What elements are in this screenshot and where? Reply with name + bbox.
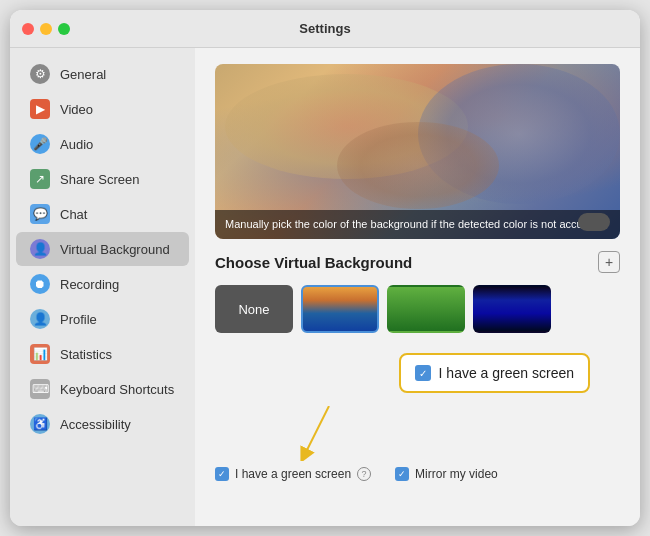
green-screen-option: ✓ I have a green screen ? [215,467,371,481]
sidebar-item-virtual-background[interactable]: 👤 Virtual Background [16,232,189,266]
traffic-lights [22,23,70,35]
sidebar-item-share-screen[interactable]: ↗ Share Screen [16,162,189,196]
callout-arrow [299,406,369,461]
backgrounds-row: None [215,285,620,333]
sidebar-item-accessibility[interactable]: ♿ Accessibility [16,407,189,441]
sidebar-label-chat: Chat [60,207,87,222]
titlebar: Settings [10,10,640,48]
bg-none[interactable]: None [215,285,293,333]
sidebar-item-keyboard-shortcuts[interactable]: ⌨ Keyboard Shortcuts [16,372,189,406]
green-screen-checkbox[interactable]: ✓ [215,467,229,481]
general-icon: ⚙ [30,64,50,84]
virtual-background-preview: Manually pick the color of the backgroun… [215,64,620,239]
keyboard-icon: ⌨ [30,379,50,399]
settings-window: Settings ⚙ General ▶ Video 🎤 Audio ↗ Sha… [10,10,640,526]
bg-space[interactable] [473,285,551,333]
bg-none-label: None [238,302,269,317]
sidebar-label-keyboard: Keyboard Shortcuts [60,382,174,397]
sidebar-label-vbg: Virtual Background [60,242,170,257]
mirror-video-option: ✓ Mirror my video [395,467,498,481]
sidebar-label-audio: Audio [60,137,93,152]
bg-bridge[interactable] [301,285,379,333]
mirror-video-checkbox[interactable]: ✓ [395,467,409,481]
green-screen-label: I have a green screen [235,467,351,481]
sidebar-item-audio[interactable]: 🎤 Audio [16,127,189,161]
maximize-button[interactable] [58,23,70,35]
sidebar-label-stats: Statistics [60,347,112,362]
callout-text: I have a green screen [439,365,574,381]
virtual-background-icon: 👤 [30,239,50,259]
add-background-button[interactable]: + [598,251,620,273]
sidebar-item-general[interactable]: ⚙ General [16,57,189,91]
sidebar-item-video[interactable]: ▶ Video [16,92,189,126]
callout-checkbox[interactable]: ✓ [415,365,431,381]
main-content: Manually pick the color of the backgroun… [195,48,640,526]
sidebar-label-share: Share Screen [60,172,140,187]
sidebar-item-chat[interactable]: 💬 Chat [16,197,189,231]
sidebar: ⚙ General ▶ Video 🎤 Audio ↗ Share Screen… [10,48,195,526]
bg-grass[interactable] [387,285,465,333]
preview-caption: Manually pick the color of the backgroun… [215,210,620,239]
sidebar-item-statistics[interactable]: 📊 Statistics [16,337,189,371]
preview-toggle[interactable] [578,213,610,231]
profile-icon: 👤 [30,309,50,329]
section-header: Choose Virtual Background + [215,251,620,273]
close-button[interactable] [22,23,34,35]
sidebar-item-profile[interactable]: 👤 Profile [16,302,189,336]
preview-caption-text: Manually pick the color of the backgroun… [225,218,605,230]
video-icon: ▶ [30,99,50,119]
sidebar-label-general: General [60,67,106,82]
sidebar-label-video: Video [60,102,93,117]
sidebar-label-profile: Profile [60,312,97,327]
audio-icon: 🎤 [30,134,50,154]
green-screen-help-icon[interactable]: ? [357,467,371,481]
svg-line-0 [304,406,329,456]
mirror-video-label: Mirror my video [415,467,498,481]
content-area: ⚙ General ▶ Video 🎤 Audio ↗ Share Screen… [10,48,640,526]
bottom-options: ✓ I have a green screen ? ✓ Mirror my vi… [215,459,620,481]
accessibility-icon: ♿ [30,414,50,434]
minimize-button[interactable] [40,23,52,35]
sidebar-label-accessibility: Accessibility [60,417,131,432]
sidebar-item-recording[interactable]: ⏺ Recording [16,267,189,301]
chat-icon: 💬 [30,204,50,224]
callout-box: ✓ I have a green screen [399,353,590,393]
recording-icon: ⏺ [30,274,50,294]
section-title: Choose Virtual Background [215,254,412,271]
sidebar-label-recording: Recording [60,277,119,292]
statistics-icon: 📊 [30,344,50,364]
share-screen-icon: ↗ [30,169,50,189]
window-title: Settings [299,21,350,36]
